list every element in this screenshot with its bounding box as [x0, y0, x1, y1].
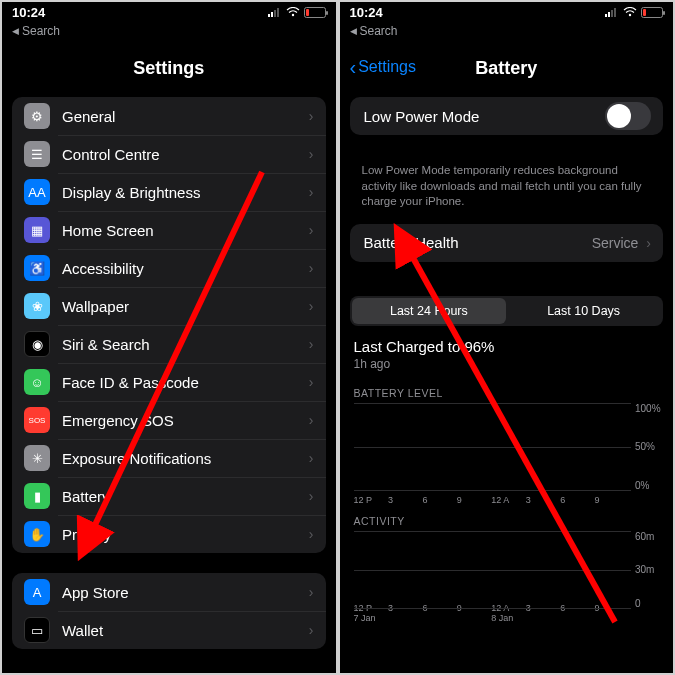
date-tick: 7 Jan: [354, 613, 388, 623]
row-label: Wallet: [62, 622, 309, 639]
battery-icon: ▮: [24, 483, 50, 509]
svg-point-0: [291, 13, 293, 15]
chevron-right-icon: ›: [309, 374, 314, 390]
segment-10d[interactable]: Last 10 Days: [506, 298, 661, 324]
status-time: 10:24: [350, 5, 383, 20]
low-power-label: Low Power Mode: [364, 108, 606, 125]
settings-row-app-store[interactable]: AApp Store›: [12, 573, 326, 611]
row-label: General: [62, 108, 309, 125]
cellular-icon: [605, 7, 619, 17]
battery-status-icon: [641, 7, 663, 18]
settings-row-home-screen[interactable]: ▦Home Screen›: [12, 211, 326, 249]
row-label: Battery: [62, 488, 309, 505]
xtick: 9: [457, 495, 491, 505]
ytick: 0: [635, 598, 661, 609]
settings-group-store: AApp Store›▭Wallet›: [12, 573, 326, 649]
settings-row-battery[interactable]: ▮Battery›: [12, 477, 326, 515]
status-time: 10:24: [12, 5, 45, 20]
chevron-right-icon: ›: [309, 584, 314, 600]
activity-chart: 60m 30m 0 12 P36912 A369 7 Jan 8 Jan: [354, 531, 660, 623]
low-power-group: Low Power Mode: [350, 97, 664, 135]
status-icons: [268, 5, 326, 20]
segment-24h[interactable]: Last 24 Hours: [352, 298, 507, 324]
chevron-right-icon: ›: [309, 526, 314, 542]
settings-row-privacy[interactable]: ✋Privacy›: [12, 515, 326, 553]
breadcrumb-label: Search: [22, 24, 60, 38]
last-charged-sub: 1h ago: [340, 355, 674, 381]
xtick: 3: [388, 495, 422, 505]
battery-health-row[interactable]: Battery Health Service ›: [350, 224, 664, 262]
battery-screen: 10:24 ◀ Search ‹ Settings Battery Low Po…: [340, 2, 674, 673]
sos-icon: SOS: [24, 407, 50, 433]
battery-health-label: Battery Health: [364, 234, 592, 251]
row-label: Privacy: [62, 526, 309, 543]
date-tick: 8 Jan: [491, 613, 525, 623]
chevron-left-icon: ‹: [350, 60, 357, 74]
low-power-desc: Low Power Mode temporarily reduces backg…: [340, 155, 674, 224]
status-bar: 10:24: [340, 2, 674, 22]
ytick: 30m: [635, 564, 661, 575]
xtick: 6: [560, 495, 594, 505]
low-power-toggle[interactable]: [605, 102, 651, 130]
chevron-right-icon: ›: [309, 488, 314, 504]
hand-icon: ✋: [24, 521, 50, 547]
chevron-right-icon: ›: [309, 622, 314, 638]
grid-icon: ▦: [24, 217, 50, 243]
breadcrumb-back[interactable]: ◀ Search: [2, 22, 336, 44]
settings-row-accessibility[interactable]: ♿Accessibility›: [12, 249, 326, 287]
cellular-icon: [268, 7, 282, 17]
status-bar: 10:24: [2, 2, 336, 22]
row-label: Face ID & Passcode: [62, 374, 309, 391]
nav-back-settings[interactable]: ‹ Settings: [350, 58, 416, 76]
row-label: App Store: [62, 584, 309, 601]
row-label: Accessibility: [62, 260, 309, 277]
settings-row-face-id-passcode[interactable]: ☺Face ID & Passcode›: [12, 363, 326, 401]
chevron-right-icon: ›: [309, 336, 314, 352]
accessibility-icon: ♿: [24, 255, 50, 281]
activity-title: ACTIVITY: [340, 509, 674, 531]
page-title: Settings: [2, 44, 336, 97]
chevron-right-icon: ›: [309, 412, 314, 428]
row-label: Wallpaper: [62, 298, 309, 315]
chevron-right-icon: ›: [309, 108, 314, 124]
page-title: ‹ Settings Battery: [340, 44, 674, 97]
xtick: 3: [526, 495, 560, 505]
chevron-right-icon: ›: [309, 298, 314, 314]
settings-row-exposure-notifications[interactable]: ✳Exposure Notifications›: [12, 439, 326, 477]
ytick: 100%: [635, 403, 661, 414]
brightness-icon: AA: [24, 179, 50, 205]
settings-row-control-centre[interactable]: ☰Control Centre›: [12, 135, 326, 173]
row-label: Control Centre: [62, 146, 309, 163]
breadcrumb-label: Search: [360, 24, 398, 38]
ytick: 0%: [635, 480, 661, 491]
svg-point-2: [629, 13, 631, 15]
last-charged-title: Last Charged to 96%: [340, 338, 674, 355]
battery-health-value: Service: [592, 235, 639, 251]
row-label: Emergency SOS: [62, 412, 309, 429]
chevron-right-icon: ›: [309, 450, 314, 466]
settings-row-emergency-sos[interactable]: SOSEmergency SOS›: [12, 401, 326, 439]
settings-row-general[interactable]: ⚙General›: [12, 97, 326, 135]
wallet-icon: ▭: [24, 617, 50, 643]
settings-row-wallpaper[interactable]: ❀Wallpaper›: [12, 287, 326, 325]
xtick: 6: [422, 495, 456, 505]
status-icons: [605, 5, 663, 20]
settings-row-wallet[interactable]: ▭Wallet›: [12, 611, 326, 649]
row-label: Exposure Notifications: [62, 450, 309, 467]
breadcrumb-back[interactable]: ◀ Search: [340, 22, 674, 44]
gear-icon: ⚙: [24, 103, 50, 129]
caret-left-icon: ◀: [350, 26, 357, 36]
settings-row-display-brightness[interactable]: AADisplay & Brightness›: [12, 173, 326, 211]
time-range-segment[interactable]: Last 24 Hours Last 10 Days: [350, 296, 664, 326]
battery-level-title: BATTERY LEVEL: [340, 381, 674, 403]
settings-screen: 10:24 ◀ Search Settings ⚙General›☰Contro…: [2, 2, 336, 673]
battery-level-chart: 100% 50% 0% 12 P36912 A369: [354, 403, 660, 505]
switches-icon: ☰: [24, 141, 50, 167]
appstore-icon: A: [24, 579, 50, 605]
row-label: Display & Brightness: [62, 184, 309, 201]
xtick: 12 P: [354, 495, 388, 505]
caret-left-icon: ◀: [12, 26, 19, 36]
settings-row-siri-search[interactable]: ◉Siri & Search›: [12, 325, 326, 363]
ytick: 50%: [635, 441, 661, 452]
chevron-right-icon: ›: [309, 222, 314, 238]
